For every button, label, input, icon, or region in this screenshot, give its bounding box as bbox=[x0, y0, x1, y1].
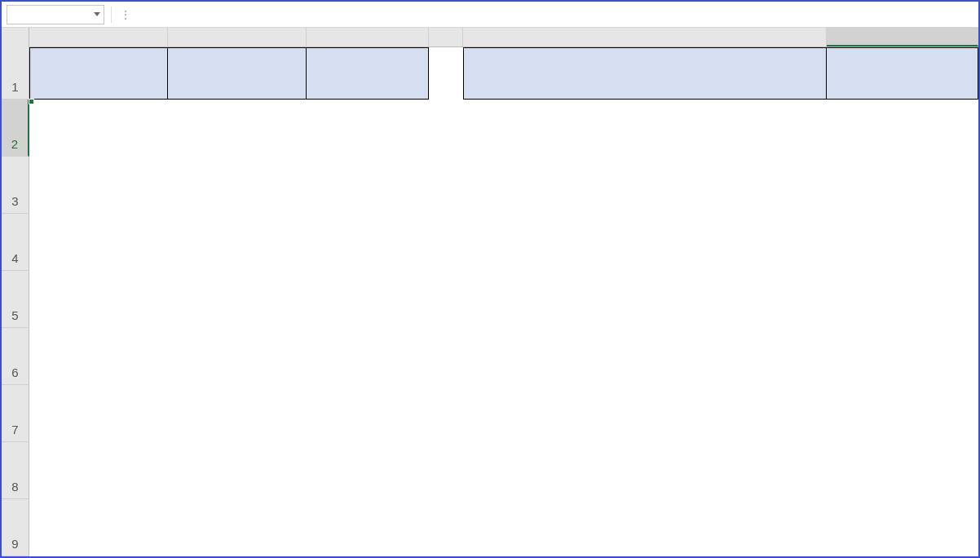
cancel-icon[interactable] bbox=[145, 7, 161, 23]
col-header-A[interactable] bbox=[29, 28, 168, 46]
row-header-7[interactable]: 7 bbox=[2, 385, 29, 442]
divider bbox=[111, 7, 112, 23]
row-header-9[interactable]: 9 bbox=[2, 499, 29, 556]
row-header-5[interactable]: 5 bbox=[2, 271, 29, 328]
confirm-icon[interactable] bbox=[173, 7, 189, 23]
col-header-E[interactable] bbox=[463, 28, 827, 46]
row-header-3[interactable]: 3 bbox=[2, 157, 29, 214]
col-header-B[interactable] bbox=[168, 28, 307, 46]
col-header-F[interactable] bbox=[827, 28, 978, 46]
row-headers: 1 2 3 4 5 6 7 8 9 bbox=[2, 47, 29, 556]
column-headers bbox=[2, 28, 978, 47]
col-header-C[interactable] bbox=[307, 28, 429, 46]
fill-handle[interactable] bbox=[29, 99, 34, 104]
header-first-name[interactable] bbox=[29, 47, 168, 100]
row-header-4[interactable]: 4 bbox=[2, 214, 29, 271]
more-icon: ⋮ bbox=[120, 8, 132, 21]
cells-container bbox=[29, 47, 978, 556]
formula-bar-controls bbox=[137, 7, 225, 23]
fx-icon[interactable] bbox=[201, 7, 217, 23]
row-header-8[interactable]: 8 bbox=[2, 442, 29, 499]
selection-indicator bbox=[29, 100, 33, 103]
header-salary[interactable] bbox=[307, 47, 429, 100]
blank-cell[interactable] bbox=[429, 47, 463, 100]
select-all-corner[interactable] bbox=[2, 28, 29, 47]
formula-input[interactable] bbox=[225, 5, 978, 24]
row-header-6[interactable]: 6 bbox=[2, 328, 29, 385]
row-header-2[interactable]: 2 bbox=[2, 100, 29, 157]
row-header-1[interactable]: 1 bbox=[2, 47, 29, 100]
name-box[interactable] bbox=[7, 5, 104, 24]
header-formula[interactable] bbox=[463, 47, 827, 100]
spreadsheet-grid: 1 2 3 4 5 6 7 8 9 bbox=[2, 28, 978, 556]
col-header-D[interactable] bbox=[429, 28, 463, 46]
header-last-name[interactable] bbox=[168, 47, 307, 100]
table-row bbox=[29, 47, 978, 100]
chevron-down-icon[interactable] bbox=[94, 12, 100, 16]
formula-bar: ⋮ bbox=[2, 2, 978, 28]
header-result[interactable] bbox=[827, 47, 978, 100]
